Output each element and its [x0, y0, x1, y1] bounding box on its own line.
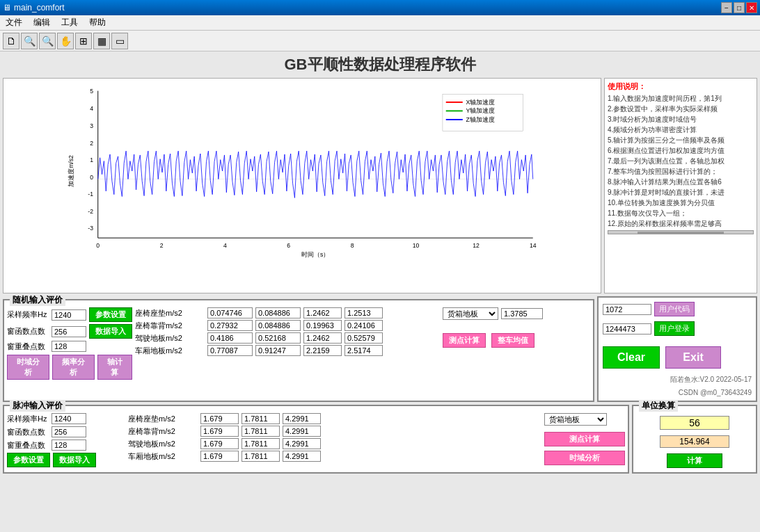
pulse-data-import-button[interactable]: 数据导入	[53, 453, 96, 467]
row4-v1[interactable]	[207, 345, 253, 356]
pulse-row3-v1[interactable]	[200, 438, 239, 449]
instructions-panel: 使用说明： 1.输入数据为加速度时间历程，第1列 2.参数设置中，采样率为实际采…	[604, 78, 757, 293]
row2-v1[interactable]	[207, 320, 253, 331]
user-code-button[interactable]: 用户代码	[654, 302, 695, 316]
svg-text:-3: -3	[88, 225, 93, 232]
pulse-row1-v2[interactable]	[242, 413, 280, 424]
pulse-dropdown-row: 货箱地板	[544, 413, 625, 426]
toolbar-zoom-in[interactable]: 🔍	[21, 33, 38, 49]
row3-v2[interactable]	[255, 332, 301, 344]
menu-file[interactable]: 文件	[0, 15, 28, 30]
window-title: main_comfort	[14, 3, 65, 13]
row4-label: 车厢地板m/s2	[135, 346, 205, 356]
pulse-overlap-input[interactable]	[52, 440, 86, 451]
instructions-text: 1.输入数据为加速度时间历程，第1列 2.参数设置中，采样率为实际采样频 3.时…	[608, 93, 754, 229]
toolbar: 🗋 🔍 🔍 ✋ ⊞ ▦ ▭	[0, 31, 760, 51]
pulse-table: 座椅座垫m/s2 座椅靠背m/s2 驾驶地板m/s2	[128, 413, 539, 469]
svg-text:0: 0	[90, 174, 93, 181]
dropdown-row: 货箱地板	[443, 307, 590, 320]
pulse-measure-button[interactable]: 测点计算	[544, 432, 625, 446]
chart-container: 5 4 3 2 1 0 -1 -2 -3 0 2 4 6 8 10 12 14 …	[3, 78, 601, 293]
measure-calc-button[interactable]: 测点计算	[443, 333, 486, 348]
pulse-row4-v1[interactable]	[200, 451, 239, 462]
result-value[interactable]	[501, 308, 543, 319]
pulse-row1-v1[interactable]	[200, 413, 239, 424]
row3-v1[interactable]	[207, 332, 253, 344]
unit-value1-input[interactable]	[660, 416, 729, 430]
total-avg-button[interactable]: 整车均值	[491, 333, 535, 348]
data-import-button[interactable]: 数据导入	[89, 324, 132, 339]
pulse-row4-v3[interactable]	[283, 451, 321, 462]
random-section-title: 随机输入评价	[10, 294, 65, 306]
title-bar-left: 🖥 main_comfort	[3, 3, 65, 13]
pulse-row3-v2[interactable]	[242, 438, 280, 449]
pulse-param-set-button[interactable]: 参数设置	[7, 453, 50, 467]
pulse-section-title: 脉冲输入评价	[10, 400, 65, 412]
toolbar-zoom-out[interactable]: 🔍	[39, 33, 56, 49]
user-login-input[interactable]	[603, 323, 651, 334]
user-code-input[interactable]	[603, 304, 651, 315]
row4-v3[interactable]	[303, 345, 342, 356]
table-row-4: 车厢地板m/s2	[135, 345, 434, 356]
pulse-location-dropdown[interactable]: 货箱地板	[544, 413, 607, 426]
unit-calc-button[interactable]: 计算	[667, 453, 722, 468]
svg-text:10: 10	[413, 242, 420, 249]
window-pts-input[interactable]	[52, 326, 86, 337]
maximize-button[interactable]: □	[734, 2, 745, 13]
row1-v3[interactable]	[303, 307, 342, 319]
svg-text:加速度m/s2: 加速度m/s2	[68, 155, 74, 187]
pulse-sample-label: 采样频率Hz	[7, 414, 49, 424]
pulse-time-button[interactable]: 时域分析	[544, 451, 625, 465]
row2-v2[interactable]	[255, 320, 301, 331]
freq-domain-button[interactable]: 频率分析	[52, 355, 95, 380]
row1-v2[interactable]	[255, 307, 301, 319]
menu-tools[interactable]: 工具	[56, 15, 84, 30]
pulse-row3-v3[interactable]	[283, 438, 321, 449]
param-set-button[interactable]: 参数设置	[89, 307, 132, 322]
right-buttons-row: 测点计算 整车均值	[443, 333, 590, 348]
clear-button[interactable]: Clear	[603, 346, 660, 369]
pulse-row4-v2[interactable]	[242, 451, 280, 462]
row1-v1[interactable]	[207, 307, 253, 319]
time-domain-button[interactable]: 时域分析	[7, 355, 49, 380]
overlap-pts-row: 窗重叠点数	[7, 341, 132, 352]
unit-value2-input[interactable]	[660, 435, 729, 448]
toolbar-grid[interactable]: ▦	[93, 33, 110, 49]
exit-button[interactable]: Exit	[665, 346, 721, 369]
menu-help[interactable]: 帮助	[84, 15, 111, 30]
close-button[interactable]: ✕	[746, 2, 757, 13]
pulse-overlap-label: 窗重叠点数	[7, 440, 49, 451]
pulse-window-input[interactable]	[52, 426, 86, 437]
row2-v4[interactable]	[345, 320, 383, 331]
pulse-row2-v2[interactable]	[242, 426, 280, 437]
pulse-row2-v1[interactable]	[200, 426, 239, 437]
pulse-row2-v3[interactable]	[283, 426, 321, 437]
menu-edit[interactable]: 编辑	[28, 15, 56, 30]
pulse-row1-v3[interactable]	[283, 413, 321, 424]
minimize-button[interactable]: −	[721, 2, 732, 13]
row3-v3[interactable]	[303, 332, 342, 344]
row4-v4[interactable]	[345, 345, 383, 356]
row3-v4[interactable]	[345, 332, 383, 344]
pulse-window-label: 窗函数点数	[7, 427, 49, 437]
user-login-button[interactable]: 用户登录	[654, 321, 695, 336]
app-icon: 🖥	[3, 3, 11, 13]
toolbar-pan[interactable]: ✋	[57, 33, 74, 49]
row1-v4[interactable]	[345, 307, 383, 319]
location-dropdown[interactable]: 货箱地板	[443, 307, 498, 320]
user-login-row: 用户登录	[603, 321, 752, 336]
row2-v3[interactable]	[303, 320, 342, 331]
pulse-row1-label: 座椅座垫m/s2	[128, 414, 198, 424]
pulse-action-buttons: 参数设置 数据导入	[7, 453, 125, 467]
pulse-content: 采样频率Hz 窗函数点数 窗重叠点数 参数设置 数据导入	[7, 413, 625, 469]
axis-calc-button[interactable]: 轴计算	[97, 355, 132, 380]
toolbar-new[interactable]: 🗋	[3, 33, 19, 49]
watermark-text: 陌若鱼水:V2.0 2022-05-17	[603, 375, 752, 385]
random-content: 采样频率Hz 参数设置 窗函数点数 数据导入 窗重叠点数 时域分析	[7, 307, 590, 382]
sample-rate-input[interactable]	[52, 309, 86, 321]
row4-v2[interactable]	[255, 345, 301, 356]
overlap-pts-input[interactable]	[52, 341, 86, 352]
toolbar-extra[interactable]: ▭	[111, 33, 128, 49]
toolbar-select[interactable]: ⊞	[75, 33, 92, 49]
pulse-sample-input[interactable]	[52, 413, 86, 424]
